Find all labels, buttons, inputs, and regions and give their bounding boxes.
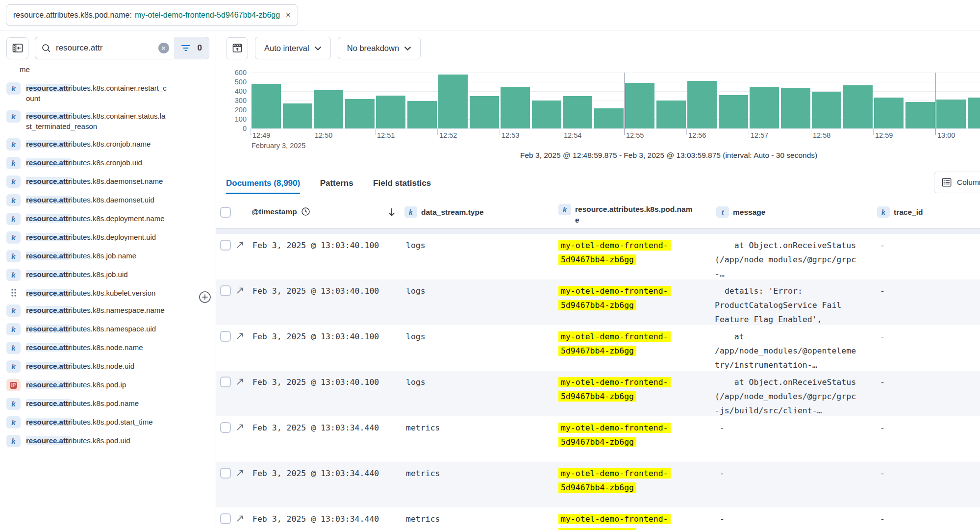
interval-dropdown[interactable]: Auto interval (255, 37, 331, 59)
cell-data-stream-type: logs (406, 329, 426, 344)
field-list-item[interactable]: resource.attributes.k8s.kubelet.version (6, 287, 216, 299)
keyword-type-icon: k (877, 206, 890, 218)
histogram-bar[interactable] (376, 96, 405, 128)
row-checkbox[interactable] (220, 468, 231, 479)
histogram-bar[interactable] (968, 98, 980, 128)
move-chart-icon (231, 42, 243, 54)
field-list-item[interactable]: kresource.attributes.k8s.pod.name (6, 398, 216, 410)
histogram-bar[interactable] (314, 90, 343, 128)
field-list-item[interactable]: kresource.attributes.k8s.node.name (6, 342, 216, 354)
sort-descending-icon[interactable] (388, 207, 396, 217)
collapse-sidebar-button[interactable] (6, 37, 28, 59)
histogram-bar[interactable] (625, 83, 654, 128)
column-header-message[interactable]: t message (716, 206, 765, 218)
histogram-bar[interactable] (719, 95, 748, 128)
row-checkbox[interactable] (220, 285, 231, 296)
field-list-item[interactable]: kresource.attributes.k8s.pod.uid (6, 435, 216, 447)
histogram-bar[interactable] (594, 108, 624, 128)
row-checkbox[interactable] (220, 377, 231, 387)
pod-name-header-label: resource.attributes.k8s.pod.name (575, 204, 697, 226)
column-header-data-stream-type[interactable]: k data_stream.type (404, 206, 484, 218)
histogram-bar[interactable] (438, 75, 468, 128)
field-list-item[interactable]: kresource.attributes.k8s.namespace.name (6, 304, 216, 317)
column-header-trace-id[interactable]: k trace_id (877, 206, 923, 218)
histogram-bar[interactable] (283, 103, 312, 128)
columns-button[interactable]: Columns (934, 172, 980, 193)
histogram-bar[interactable] (750, 87, 779, 128)
expand-row-icon[interactable] (236, 332, 244, 340)
histogram-bar[interactable] (501, 87, 530, 128)
tab-field-statistics[interactable]: Field statistics (373, 178, 431, 193)
document-histogram[interactable]: 6005004003002001000 12:4912:5012:5112:52… (216, 73, 980, 146)
filter-pill[interactable]: resource.attributes.k8s.pod.name: my-ote… (6, 4, 298, 25)
histogram-bar[interactable] (345, 99, 375, 128)
histogram-bar[interactable] (936, 100, 966, 128)
column-header-pod-name[interactable]: k resource.attributes.k8s.pod.name (558, 204, 697, 226)
expand-row-icon[interactable] (236, 469, 244, 477)
field-name: resource.attributes.k8s.job.uid (26, 269, 168, 281)
field-name: resource.attributes.k8s.namespace.uid (26, 323, 168, 335)
add-field-button[interactable] (198, 290, 212, 304)
tab-patterns[interactable]: Patterns (320, 178, 353, 193)
y-axis-tick: 0 (224, 125, 247, 132)
histogram-bar[interactable] (532, 101, 561, 128)
field-list-item[interactable]: kresource.attributes.k8s.deployment.uid (6, 231, 216, 244)
histogram-bar[interactable] (843, 85, 873, 128)
field-list-item[interactable]: kresource.attributes.k8s.namespace.uid (6, 323, 216, 335)
field-list-item[interactable]: kresource.attributes.k8s.container.statu… (6, 110, 216, 132)
histogram-bar[interactable] (905, 102, 935, 128)
x-axis-tick: 12:54 (564, 131, 581, 139)
field-search-input[interactable]: resource.attr ✕ 0 (35, 37, 209, 59)
expand-row-icon[interactable] (236, 241, 244, 249)
field-list-item[interactable]: IPresource.attributes.k8s.pod.ip (6, 379, 216, 391)
field-list-item[interactable]: kresource.attributes.k8s.daemonset.name (6, 176, 216, 188)
field-filter-button[interactable]: 0 (174, 37, 209, 59)
row-checkbox[interactable] (220, 513, 231, 524)
keyword-type-icon: k (6, 157, 21, 169)
keyword-type-icon: k (6, 342, 21, 354)
field-list-item[interactable]: kresource.attributes.k8s.cronjob.name (6, 138, 216, 151)
histogram-bar[interactable] (251, 84, 281, 128)
cell-data-stream-type: metrics (406, 421, 440, 435)
field-list-item[interactable]: kresource.attributes.k8s.job.uid (6, 269, 216, 281)
field-list-item[interactable]: kresource.attributes.k8s.daemonset.uid (6, 194, 216, 206)
chart-options-button[interactable] (226, 37, 248, 59)
select-all-checkbox[interactable] (220, 207, 231, 218)
field-list-item[interactable]: kresource.attributes.k8s.cronjob.uid (6, 157, 216, 169)
keyword-type-icon: k (6, 304, 21, 317)
expand-row-icon[interactable] (236, 378, 244, 386)
expand-row-icon[interactable] (236, 286, 244, 295)
column-header-timestamp[interactable]: @timestamp (251, 207, 310, 216)
histogram-bar[interactable] (812, 92, 841, 128)
expand-row-icon[interactable] (236, 514, 244, 523)
histogram-bar[interactable] (470, 96, 499, 128)
histogram-bar[interactable] (687, 81, 717, 128)
histogram-bar[interactable] (781, 88, 810, 128)
field-list-item[interactable]: kresource.attributes.k8s.deployment.name (6, 213, 216, 225)
x-axis-tick: 13:00 (937, 131, 955, 139)
keyword-type-icon: k (6, 194, 21, 206)
field-list-item-partial[interactable]: me (20, 64, 216, 75)
histogram-bar[interactable] (407, 101, 437, 128)
x-axis-tick: 12:49 (252, 131, 270, 139)
keyword-type-icon: k (6, 231, 21, 244)
histogram-bar[interactable] (874, 98, 904, 128)
field-list-item[interactable]: kresource.attributes.k8s.pod.start_time (6, 416, 216, 429)
tab-documents[interactable]: Documents (8,990) (226, 178, 300, 194)
field-list-item[interactable]: kresource.attributes.k8s.job.name (6, 250, 216, 262)
x-axis-tick: 12:55 (626, 131, 644, 139)
field-list-item[interactable]: kresource.attributes.k8s.container.resta… (6, 82, 216, 104)
field-name: resource.attributes.k8s.cronjob.name (26, 138, 168, 151)
drag-handle-icon[interactable] (6, 287, 21, 299)
cell-data-stream-type: logs (406, 284, 426, 298)
field-list-item[interactable]: kresource.attributes.k8s.node.uid (6, 360, 216, 373)
filter-remove-icon[interactable]: × (286, 10, 291, 20)
expand-row-icon[interactable] (236, 423, 244, 431)
histogram-bar[interactable] (563, 96, 592, 128)
clear-search-icon[interactable]: ✕ (158, 43, 169, 53)
row-checkbox[interactable] (220, 240, 231, 251)
breakdown-dropdown[interactable]: No breakdown (338, 37, 421, 59)
row-checkbox[interactable] (220, 422, 231, 433)
histogram-bar[interactable] (656, 101, 686, 128)
row-checkbox[interactable] (220, 331, 231, 342)
